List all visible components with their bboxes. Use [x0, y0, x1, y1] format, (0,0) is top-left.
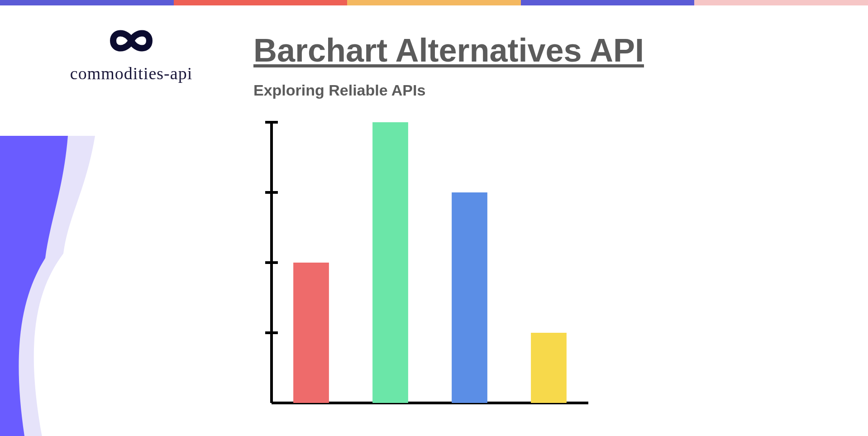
bar-1 — [293, 263, 329, 403]
page-title: Barchart Alternatives API — [253, 32, 644, 69]
bar-2 — [372, 122, 408, 403]
stage: commodities-api Barchart Alternatives AP… — [0, 0, 868, 436]
infinity-icon — [93, 23, 170, 59]
page-subtitle: Exploring Reliable APIs — [253, 81, 425, 99]
stripe-seg-4 — [521, 0, 695, 5]
stripe-seg-1 — [0, 0, 174, 5]
top-stripe — [0, 0, 868, 5]
decorative-shape — [0, 136, 100, 436]
bar-chart — [253, 113, 597, 421]
bar-4 — [531, 333, 567, 403]
bar-chart-svg — [253, 113, 597, 421]
bar-3 — [452, 192, 487, 403]
stripe-seg-3 — [347, 0, 521, 5]
brand-name: commodities-api — [50, 63, 213, 83]
brand-logo-block: commodities-api — [50, 23, 213, 83]
stripe-seg-5 — [694, 0, 868, 5]
stripe-seg-2 — [174, 0, 348, 5]
